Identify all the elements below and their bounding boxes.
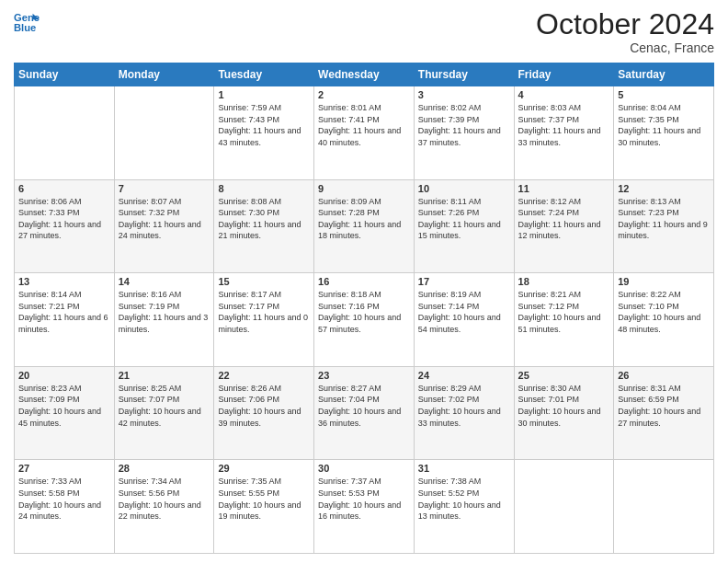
calendar-cell-w5-d6: [514, 460, 614, 554]
calendar-week-2: 6Sunrise: 8:06 AMSunset: 7:33 PMDaylight…: [15, 179, 714, 273]
day-info: Sunrise: 8:11 AMSunset: 7:26 PMDaylight:…: [418, 196, 510, 242]
calendar-cell-w3-d5: 17Sunrise: 8:19 AMSunset: 7:14 PMDayligh…: [414, 273, 514, 367]
day-info: Sunrise: 8:06 AMSunset: 7:33 PMDaylight:…: [18, 196, 110, 242]
calendar-cell-w2-d6: 11Sunrise: 8:12 AMSunset: 7:24 PMDayligh…: [514, 179, 614, 273]
day-info: Sunrise: 8:21 AMSunset: 7:12 PMDaylight:…: [518, 289, 610, 335]
day-number: 13: [18, 276, 110, 287]
day-number: 3: [418, 89, 510, 100]
col-monday: Monday: [114, 63, 214, 86]
calendar-cell-w2-d2: 7Sunrise: 8:07 AMSunset: 7:32 PMDaylight…: [114, 179, 214, 273]
col-sunday: Sunday: [15, 63, 115, 86]
calendar-cell-w4-d4: 23Sunrise: 8:27 AMSunset: 7:04 PMDayligh…: [314, 366, 415, 460]
day-number: 4: [518, 89, 610, 100]
day-number: 19: [618, 276, 710, 287]
calendar-week-4: 20Sunrise: 8:23 AMSunset: 7:09 PMDayligh…: [15, 366, 714, 460]
day-number: 17: [418, 276, 510, 287]
day-info: Sunrise: 8:27 AMSunset: 7:04 PMDaylight:…: [318, 383, 410, 429]
calendar-header-row: Sunday Monday Tuesday Wednesday Thursday…: [15, 63, 714, 86]
logo-icon: General Blue: [14, 9, 40, 35]
calendar-week-3: 13Sunrise: 8:14 AMSunset: 7:21 PMDayligh…: [15, 273, 714, 367]
day-info: Sunrise: 7:37 AMSunset: 5:53 PMDaylight:…: [318, 476, 410, 522]
calendar-cell-w3-d3: 15Sunrise: 8:17 AMSunset: 7:17 PMDayligh…: [214, 273, 314, 367]
calendar-cell-w5-d1: 27Sunrise: 7:33 AMSunset: 5:58 PMDayligh…: [15, 460, 115, 554]
col-thursday: Thursday: [414, 63, 514, 86]
day-number: 16: [318, 276, 410, 287]
day-info: Sunrise: 7:34 AMSunset: 5:56 PMDaylight:…: [119, 476, 210, 522]
day-number: 28: [119, 463, 210, 474]
calendar-cell-w3-d4: 16Sunrise: 8:18 AMSunset: 7:16 PMDayligh…: [314, 273, 415, 367]
calendar-cell-w3-d6: 18Sunrise: 8:21 AMSunset: 7:12 PMDayligh…: [514, 273, 614, 367]
calendar-cell-w4-d1: 20Sunrise: 8:23 AMSunset: 7:09 PMDayligh…: [15, 366, 115, 460]
day-info: Sunrise: 8:19 AMSunset: 7:14 PMDaylight:…: [418, 289, 510, 335]
calendar-cell-w4-d7: 26Sunrise: 8:31 AMSunset: 6:59 PMDayligh…: [614, 366, 714, 460]
calendar-cell-w2-d3: 8Sunrise: 8:08 AMSunset: 7:30 PMDaylight…: [214, 179, 314, 273]
col-friday: Friday: [514, 63, 614, 86]
day-number: 22: [218, 370, 310, 381]
day-info: Sunrise: 8:16 AMSunset: 7:19 PMDaylight:…: [119, 289, 210, 335]
calendar-cell-w5-d2: 28Sunrise: 7:34 AMSunset: 5:56 PMDayligh…: [114, 460, 214, 554]
calendar-cell-w1-d3: 1Sunrise: 7:59 AMSunset: 7:43 PMDaylight…: [214, 86, 314, 180]
calendar-cell-w1-d1: [15, 86, 115, 180]
calendar-cell-w1-d4: 2Sunrise: 8:01 AMSunset: 7:41 PMDaylight…: [314, 86, 415, 180]
day-number: 30: [318, 463, 410, 474]
day-number: 31: [418, 463, 510, 474]
calendar-cell-w2-d7: 12Sunrise: 8:13 AMSunset: 7:23 PMDayligh…: [614, 179, 714, 273]
calendar-week-5: 27Sunrise: 7:33 AMSunset: 5:58 PMDayligh…: [15, 460, 714, 554]
day-number: 2: [318, 89, 410, 100]
day-info: Sunrise: 8:26 AMSunset: 7:06 PMDaylight:…: [218, 383, 310, 429]
day-number: 6: [18, 183, 110, 194]
calendar-cell-w3-d1: 13Sunrise: 8:14 AMSunset: 7:21 PMDayligh…: [15, 273, 115, 367]
day-info: Sunrise: 8:29 AMSunset: 7:02 PMDaylight:…: [418, 383, 510, 429]
day-info: Sunrise: 8:08 AMSunset: 7:30 PMDaylight:…: [218, 196, 310, 242]
day-number: 15: [218, 276, 310, 287]
calendar-cell-w5-d7: [614, 460, 714, 554]
day-info: Sunrise: 8:02 AMSunset: 7:39 PMDaylight:…: [418, 102, 510, 148]
calendar-cell-w4-d5: 24Sunrise: 8:29 AMSunset: 7:02 PMDayligh…: [414, 366, 514, 460]
day-number: 5: [618, 89, 710, 100]
day-info: Sunrise: 8:01 AMSunset: 7:41 PMDaylight:…: [318, 102, 410, 148]
day-info: Sunrise: 7:59 AMSunset: 7:43 PMDaylight:…: [218, 102, 310, 148]
day-number: 26: [618, 370, 710, 381]
day-info: Sunrise: 7:33 AMSunset: 5:58 PMDaylight:…: [18, 476, 110, 522]
calendar-cell-w5-d4: 30Sunrise: 7:37 AMSunset: 5:53 PMDayligh…: [314, 460, 415, 554]
calendar-cell-w4-d3: 22Sunrise: 8:26 AMSunset: 7:06 PMDayligh…: [214, 366, 314, 460]
day-info: Sunrise: 8:14 AMSunset: 7:21 PMDaylight:…: [18, 289, 110, 335]
day-number: 10: [418, 183, 510, 194]
calendar-cell-w4-d2: 21Sunrise: 8:25 AMSunset: 7:07 PMDayligh…: [114, 366, 214, 460]
calendar-cell-w1-d5: 3Sunrise: 8:02 AMSunset: 7:39 PMDaylight…: [414, 86, 514, 180]
calendar-cell-w1-d2: [114, 86, 214, 180]
day-info: Sunrise: 8:04 AMSunset: 7:35 PMDaylight:…: [618, 102, 710, 148]
calendar-cell-w1-d6: 4Sunrise: 8:03 AMSunset: 7:37 PMDaylight…: [514, 86, 614, 180]
calendar-cell-w2-d1: 6Sunrise: 8:06 AMSunset: 7:33 PMDaylight…: [15, 179, 115, 273]
calendar-cell-w2-d4: 9Sunrise: 8:09 AMSunset: 7:28 PMDaylight…: [314, 179, 415, 273]
day-number: 7: [119, 183, 210, 194]
calendar-cell-w1-d7: 5Sunrise: 8:04 AMSunset: 7:35 PMDaylight…: [614, 86, 714, 180]
calendar-cell-w3-d2: 14Sunrise: 8:16 AMSunset: 7:19 PMDayligh…: [114, 273, 214, 367]
page: General Blue October 2024 Cenac, France …: [0, 0, 728, 563]
header: General Blue October 2024 Cenac, France: [14, 9, 714, 55]
logo: General Blue: [14, 9, 40, 35]
day-info: Sunrise: 8:03 AMSunset: 7:37 PMDaylight:…: [518, 102, 610, 148]
day-info: Sunrise: 8:23 AMSunset: 7:09 PMDaylight:…: [18, 383, 110, 429]
day-info: Sunrise: 8:30 AMSunset: 7:01 PMDaylight:…: [518, 383, 610, 429]
day-number: 18: [518, 276, 610, 287]
day-info: Sunrise: 7:35 AMSunset: 5:55 PMDaylight:…: [218, 476, 310, 522]
day-info: Sunrise: 8:12 AMSunset: 7:24 PMDaylight:…: [518, 196, 610, 242]
day-number: 29: [218, 463, 310, 474]
col-tuesday: Tuesday: [214, 63, 314, 86]
month-title: October 2024: [536, 9, 714, 39]
svg-text:Blue: Blue: [14, 22, 36, 33]
calendar-cell-w5-d3: 29Sunrise: 7:35 AMSunset: 5:55 PMDayligh…: [214, 460, 314, 554]
location: Cenac, France: [536, 40, 714, 55]
day-info: Sunrise: 7:38 AMSunset: 5:52 PMDaylight:…: [418, 476, 510, 522]
day-number: 20: [18, 370, 110, 381]
day-info: Sunrise: 8:31 AMSunset: 6:59 PMDaylight:…: [618, 383, 710, 429]
day-info: Sunrise: 8:25 AMSunset: 7:07 PMDaylight:…: [119, 383, 210, 429]
day-number: 1: [218, 89, 310, 100]
day-info: Sunrise: 8:07 AMSunset: 7:32 PMDaylight:…: [119, 196, 210, 242]
day-info: Sunrise: 8:18 AMSunset: 7:16 PMDaylight:…: [318, 289, 410, 335]
day-number: 14: [119, 276, 210, 287]
calendar-table: Sunday Monday Tuesday Wednesday Thursday…: [14, 63, 714, 554]
day-number: 8: [218, 183, 310, 194]
day-number: 24: [418, 370, 510, 381]
